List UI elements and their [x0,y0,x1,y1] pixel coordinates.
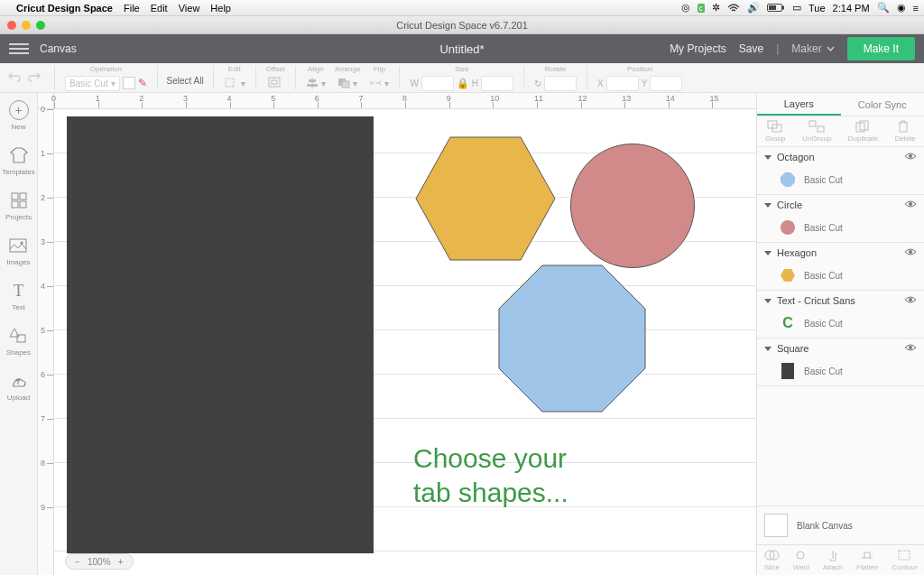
shape-text[interactable]: Choose your tab shapes... [413,441,568,509]
menu-view[interactable]: View [179,3,200,14]
wifi-icon[interactable] [727,4,740,13]
tab-color-sync[interactable]: Color Sync [841,93,925,116]
layer-group[interactable]: HexagonBasic Cut [757,243,924,291]
arrange-dropdown[interactable]: ▾ [337,74,357,92]
flip-dropdown[interactable]: ▾ [369,74,389,92]
shape-square[interactable] [67,116,374,553]
menu-file[interactable]: File [124,3,140,14]
volume-icon[interactable]: 🔊 [747,2,760,14]
layer-group[interactable]: Text - Cricut SansCBasic Cut [757,291,924,339]
size-h-input[interactable] [481,76,513,91]
rotate-input[interactable] [544,76,577,91]
select-all-button[interactable]: Select All [163,71,208,92]
bluetooth-icon[interactable]: ✲ [712,2,720,14]
undo-icon[interactable] [7,70,22,85]
shape-octagon[interactable] [498,264,646,413]
machine-selector[interactable]: Maker [791,42,834,55]
op-weld[interactable]: Weld [793,549,809,571]
menu-edit[interactable]: Edit [151,3,168,14]
display-icon[interactable]: ▭ [792,2,801,14]
offset-button[interactable] [268,74,282,92]
menubar-app-name[interactable]: Cricut Design Space [16,3,113,14]
visibility-icon[interactable] [904,199,917,210]
layer-header[interactable]: Square [757,339,924,358]
svg-marker-20 [499,265,645,412]
op-contour[interactable]: Contour [892,549,917,571]
menubar-time[interactable]: 2:14 PM [833,3,870,14]
zoom-control[interactable]: − 100% + [65,553,134,570]
shape-hexagon[interactable] [415,136,556,261]
maximize-window-icon[interactable] [36,21,45,30]
layer-header[interactable]: Circle [757,195,924,215]
op-duplicate[interactable]: Duplicate [848,120,878,143]
traffic-lights[interactable] [0,21,45,30]
blank-canvas-swatch [764,514,788,537]
make-it-button[interactable]: Make It [847,37,915,60]
siri-icon[interactable]: ◉ [897,2,906,14]
edit-dropdown[interactable]: ▾ [224,74,245,92]
shape-circle[interactable] [570,144,695,268]
lock-icon[interactable]: 🔒 [457,78,469,89]
property-bar: Operation Basic Cut ▾ ✎ Select All Edit▾… [0,63,924,93]
zoom-out-icon[interactable]: − [71,555,84,568]
tab-layers[interactable]: Layers [757,93,841,116]
layer-child[interactable]: Basic Cut [757,215,924,242]
layer-child[interactable]: CBasic Cut [757,311,924,338]
layer-child[interactable]: Basic Cut [757,167,924,194]
op-group[interactable]: Group [765,120,785,143]
rail-text[interactable]: TText [9,281,29,311]
menu-help[interactable]: Help [210,3,231,14]
operation-select[interactable]: Basic Cut ▾ [65,76,120,91]
draw-disabled-icon: ✎ [138,77,147,89]
menubar-day[interactable]: Tue [808,3,826,14]
layer-header[interactable]: Text - Cricut Sans [757,291,924,311]
blank-canvas-row[interactable]: Blank Canvas [757,505,924,544]
layer-header[interactable]: Hexagon [757,243,924,263]
rail-upload[interactable]: Upload [7,371,30,402]
hamburger-menu-icon[interactable] [9,43,29,54]
layer-group[interactable]: OctagonBasic Cut [757,147,924,195]
rail-shapes[interactable]: Shapes [6,326,31,357]
op-ungroup[interactable]: UnGroup [802,120,831,143]
svg-point-30 [781,220,795,235]
pos-y-input[interactable] [650,76,682,91]
size-w-input[interactable] [421,76,454,91]
layer-child[interactable]: Basic Cut [757,358,924,385]
rail-projects[interactable]: Projects [5,190,32,221]
close-window-icon[interactable] [7,21,16,30]
rail-templates[interactable]: Templates [2,145,34,176]
canvas[interactable]: Choose your tab shapes... − 100% + [54,109,756,575]
layer-header[interactable]: Octagon [757,147,924,167]
pos-x-input[interactable] [606,76,639,91]
op-delete[interactable]: Delete [895,120,916,143]
svg-rect-12 [20,193,26,199]
zoom-in-icon[interactable]: + [115,555,127,568]
rail-new[interactable]: +New [9,100,29,131]
op-slice[interactable]: Slice [763,549,780,571]
svg-marker-19 [416,137,555,260]
status-icon[interactable]: ◎ [681,2,690,14]
visibility-icon[interactable] [904,247,917,258]
layer-thumb-icon [779,218,797,236]
status-icon[interactable]: c [698,4,706,13]
redo-icon[interactable] [27,70,42,85]
notification-center-icon[interactable]: ≡ [913,3,919,14]
layer-group[interactable]: CircleBasic Cut [757,195,924,243]
op-attach[interactable]: Attach [823,549,844,571]
op-flatten[interactable]: Flatten [856,549,878,571]
layer-child[interactable]: Basic Cut [757,263,924,290]
visibility-icon[interactable] [904,152,917,162]
color-swatch[interactable] [123,77,135,89]
minimize-window-icon[interactable] [22,21,31,30]
rail-images[interactable]: Images [6,236,30,266]
visibility-icon[interactable] [904,295,917,306]
visibility-icon[interactable] [904,343,917,354]
layer-name: Octagon [777,152,815,162]
battery-icon[interactable] [767,4,785,13]
align-dropdown[interactable]: ▾ [306,74,326,92]
spotlight-icon[interactable]: 🔍 [877,2,890,14]
layer-group[interactable]: SquareBasic Cut [757,339,924,386]
my-projects-link[interactable]: My Projects [670,42,726,55]
save-link[interactable]: Save [739,42,763,55]
tshirt-icon [9,145,29,165]
